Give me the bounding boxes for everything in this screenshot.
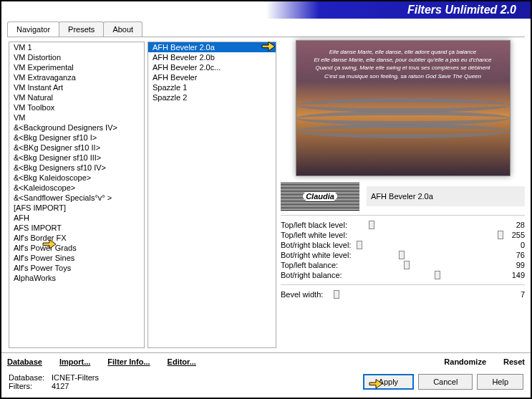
link-import[interactable]: Import...	[59, 357, 90, 366]
category-item[interactable]: VM 1	[9, 42, 144, 52]
category-item[interactable]: VM Experimental	[9, 62, 144, 72]
author-logo: Claudia	[281, 182, 359, 211]
category-item[interactable]: &<Bkg Designer sf10 III>	[9, 153, 144, 163]
category-item[interactable]: &<Bkg Kaleidoscope>	[9, 173, 144, 183]
param-label: Top/left white level:	[281, 231, 347, 239]
status-filters-value: 4127	[52, 382, 69, 390]
link-filter-info[interactable]: Filter Info...	[107, 357, 150, 366]
preview-panel: Elle danse Marie, elle danse, elle adore…	[281, 40, 525, 350]
category-item[interactable]: VM Distortion	[9, 52, 144, 62]
param-value: 0	[503, 241, 525, 249]
category-item[interactable]: &<Background Designers IV>	[9, 122, 144, 133]
param-row: Bot/right balance:149	[281, 270, 525, 280]
link-database[interactable]: Database	[7, 357, 42, 366]
filter-item[interactable]: AFH Beveler	[148, 72, 276, 82]
category-list[interactable]: VM 1VM DistortionVM ExperimentalVM Extra…	[9, 42, 145, 348]
param-row: Top/left white level:255	[281, 230, 525, 240]
param-row: Top/left balance:99	[281, 260, 525, 270]
param-value: 76	[503, 251, 525, 259]
filter-item[interactable]: AFH Beveler 2.0b	[148, 52, 276, 62]
status-db-label: Database:	[9, 373, 52, 382]
parameter-list: Top/left black level:28Top/left white le…	[281, 220, 525, 280]
cancel-button[interactable]: Cancel	[418, 374, 473, 390]
status-bar: Database:ICNET-Filters Filters:4127 Appl…	[1, 370, 531, 393]
category-item[interactable]: &<Bkg Designers sf10 IV>	[9, 163, 144, 173]
tab-navigator[interactable]: Navigator	[7, 21, 59, 37]
help-button[interactable]: Help	[477, 374, 523, 390]
title-bar: Filters Unlimited 2.0	[1, 1, 531, 19]
link-reset[interactable]: Reset	[503, 357, 525, 366]
param-row: Bevel width:7	[281, 289, 525, 299]
tab-strip: Navigator Presets About	[7, 21, 525, 37]
param-label: Bevel width:	[281, 290, 323, 299]
param-label: Bot/right white level:	[281, 251, 351, 259]
param-slider[interactable]	[344, 262, 498, 268]
link-randomize[interactable]: Randomize	[444, 357, 486, 366]
apply-button[interactable]: Apply	[363, 374, 415, 390]
tab-presets[interactable]: Presets	[59, 21, 104, 37]
param-slider[interactable]	[329, 292, 498, 297]
main-content: VM 1VM DistortionVM ExperimentalVM Extra…	[1, 37, 531, 352]
category-item[interactable]: &<Bkg Designer sf10 I>	[9, 133, 144, 143]
param-value: 7	[503, 290, 525, 299]
param-row: Bot/right black level:0	[281, 240, 525, 250]
category-item[interactable]: VM Natural	[9, 92, 144, 102]
category-item[interactable]: AlphaWorks	[9, 273, 144, 283]
category-item[interactable]: VM Extravaganza	[9, 72, 144, 82]
param-value: 149	[503, 271, 525, 279]
param-value: 99	[503, 261, 525, 269]
category-item[interactable]: &<Kaleidoscope>	[9, 183, 144, 193]
param-value: 28	[503, 221, 525, 229]
category-item[interactable]: VM Toolbox	[9, 102, 144, 112]
param-label: Bot/right black level:	[281, 241, 351, 249]
param-value: 255	[503, 231, 525, 239]
category-item[interactable]: AFH	[9, 213, 144, 223]
param-label: Top/left black level:	[281, 221, 347, 229]
category-item[interactable]: VM	[9, 112, 144, 122]
param-slider[interactable]	[348, 272, 498, 278]
category-item[interactable]: [AFS IMPORT]	[9, 203, 144, 213]
param-label: Top/left balance:	[281, 261, 338, 269]
preview-caption: Elle danse Marie, elle danse, elle adore…	[304, 48, 503, 80]
link-editor[interactable]: Editor...	[168, 357, 196, 366]
filter-item[interactable]: AFH Beveler 2.0c...	[148, 62, 276, 72]
category-item[interactable]: VM Instant Art	[9, 82, 144, 92]
filter-title-row: Claudia AFH Beveler 2.0a	[281, 182, 525, 211]
filter-item[interactable]: Spazzle 1	[148, 82, 276, 92]
param-slider[interactable]	[357, 242, 498, 248]
filter-item[interactable]: AFH Beveler 2.0a	[148, 42, 276, 52]
filter-item[interactable]: Spazzle 2	[148, 92, 276, 102]
category-item[interactable]: &<Sandflower Specials°v° >	[9, 193, 144, 203]
param-slider[interactable]	[353, 222, 498, 228]
action-bar: Database Import... Filter Info... Editor…	[1, 352, 531, 370]
app-title: Filters Unlimited 2.0	[407, 4, 516, 16]
parameter-list-2: Bevel width:7	[281, 289, 525, 299]
tab-about[interactable]: About	[103, 21, 142, 37]
category-item[interactable]: Alf's Power Toys	[9, 263, 144, 273]
category-item[interactable]: &<BKg Designer sf10 II>	[9, 143, 144, 153]
category-item[interactable]: Alf's Power Sines	[9, 253, 144, 263]
param-slider[interactable]	[353, 232, 498, 238]
param-row: Bot/right white level:76	[281, 250, 525, 260]
param-slider[interactable]	[357, 252, 498, 258]
status-db-value: ICNET-Filters	[52, 373, 99, 382]
param-row: Top/left black level:28	[281, 220, 525, 230]
category-item[interactable]: Alf's Power Grads	[9, 243, 144, 253]
preview-image: Elle danse Marie, elle danse, elle adore…	[296, 40, 511, 176]
active-filter-name: AFH Beveler 2.0a	[367, 186, 525, 206]
category-item[interactable]: Alf's Border FX	[9, 233, 144, 243]
status-filters-label: Filters:	[9, 382, 52, 390]
filter-list[interactable]: AFH Beveler 2.0aAFH Beveler 2.0bAFH Beve…	[147, 42, 276, 348]
param-label: Bot/right balance:	[281, 271, 342, 279]
preview-pattern	[296, 98, 510, 148]
category-item[interactable]: AFS IMPORT	[9, 223, 144, 233]
